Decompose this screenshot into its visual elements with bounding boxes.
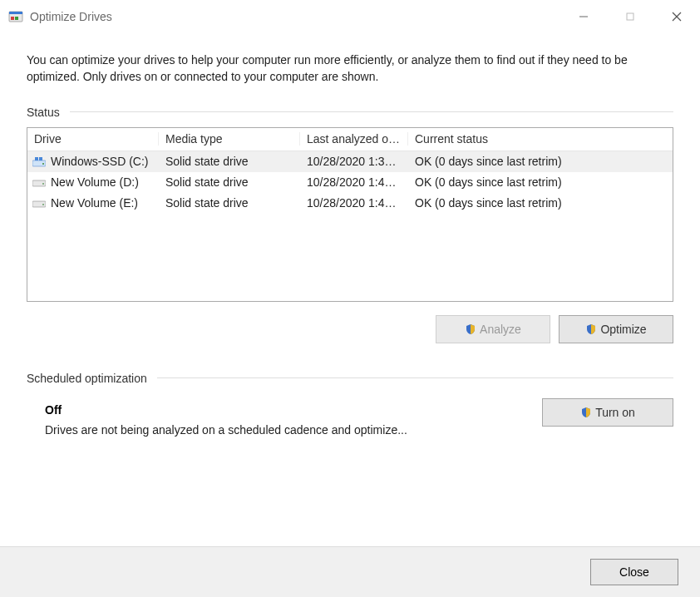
intro-text: You can optimize your drives to help you… [27,52,673,86]
drive-icon [32,156,46,166]
current-status: OK (0 days since last retrim) [408,175,673,189]
window-controls [560,0,700,33]
svg-rect-9 [35,157,38,160]
minimize-icon [579,12,589,22]
last-analyzed: 10/28/2020 1:41 ... [300,196,408,210]
status-label: Status [27,106,60,119]
scheduled-section: Scheduled optimization Off Drives are no… [27,372,673,437]
drive-name: Windows-SSD (C:) [51,155,148,168]
last-analyzed: 10/28/2020 1:41 ... [300,175,408,189]
drives-list[interactable]: Drive Media type Last analyzed or ... Cu… [27,127,673,302]
footer: Close [0,546,700,597]
scheduled-desc: Drives are not being analyzed on a sched… [45,423,522,437]
scheduled-text: Off Drives are not being analyzed on a s… [45,398,522,437]
media-type: Solid state drive [159,175,300,189]
analyze-button[interactable]: Analyze [436,315,550,343]
table-row[interactable]: Windows-SSD (C:)Solid state drive10/28/2… [27,151,673,172]
svg-point-11 [42,163,44,165]
svg-rect-10 [39,157,42,160]
media-type: Solid state drive [159,196,300,210]
col-header-drive[interactable]: Drive [27,132,159,146]
divider [157,377,673,378]
drive-name: New Volume (D:) [51,175,139,189]
turn-on-button[interactable]: Turn on [542,398,673,427]
svg-point-13 [42,183,44,185]
col-header-media[interactable]: Media type [159,132,300,146]
last-analyzed: 10/28/2020 1:32 ... [300,155,408,168]
app-icon [8,9,23,24]
maximize-button[interactable] [607,0,653,33]
drive-icon [32,198,46,208]
shield-icon [465,323,476,335]
scheduled-state: Off [45,403,522,417]
current-status: OK (0 days since last retrim) [408,155,673,168]
turn-on-label: Turn on [595,406,635,419]
close-window-button[interactable] [653,0,700,33]
scheduled-body: Off Drives are not being analyzed on a s… [27,393,673,437]
svg-rect-3 [15,17,18,20]
current-status: OK (0 days since last retrim) [408,196,673,210]
minimize-button[interactable] [560,0,607,33]
window-title: Optimize Drives [30,10,560,23]
status-buttons: Analyze Optimize [27,315,673,343]
svg-point-15 [42,204,44,205]
optimize-drives-window: Optimize Drives You can optimize your dr… [0,0,700,597]
scheduled-section-header: Scheduled optimization [27,372,673,385]
list-body: Windows-SSD (C:)Solid state drive10/28/2… [27,151,673,214]
svg-rect-1 [9,12,22,14]
titlebar: Optimize Drives [0,0,700,33]
col-header-status[interactable]: Current status [408,132,673,146]
maximize-icon [625,12,635,22]
list-header: Drive Media type Last analyzed or ... Cu… [27,128,673,151]
close-icon [672,12,682,22]
drive-name: New Volume (E:) [51,196,138,210]
analyze-label: Analyze [480,323,521,336]
close-button[interactable]: Close [590,559,678,585]
shield-icon [585,323,597,335]
svg-rect-5 [627,13,633,20]
divider [70,111,673,112]
scheduled-label: Scheduled optimization [27,372,147,385]
drive-icon [32,177,46,187]
optimize-label: Optimize [600,323,646,336]
shield-icon [580,407,592,418]
media-type: Solid state drive [159,155,300,168]
content-area: You can optimize your drives to help you… [0,33,700,546]
table-row[interactable]: New Volume (E:)Solid state drive10/28/20… [27,193,673,214]
optimize-button[interactable]: Optimize [559,315,673,343]
svg-rect-2 [11,17,14,20]
col-header-last[interactable]: Last analyzed or ... [300,132,408,146]
status-section-header: Status [27,106,673,119]
table-row[interactable]: New Volume (D:)Solid state drive10/28/20… [27,172,673,193]
